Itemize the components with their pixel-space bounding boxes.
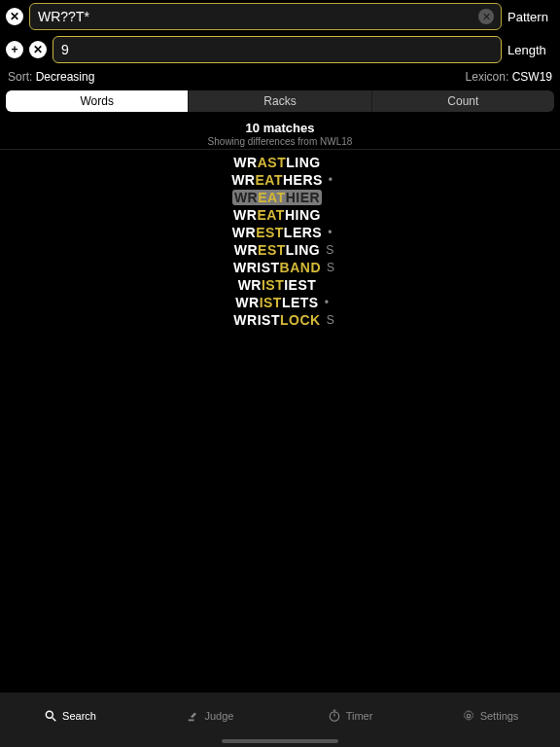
nav-timer[interactable]: Timer — [280, 709, 420, 723]
word-row[interactable]: WRISTIEST — [0, 276, 560, 294]
tab-words[interactable]: Words — [6, 90, 189, 112]
tab-racks[interactable]: Racks — [189, 90, 371, 112]
svg-rect-2 — [188, 720, 193, 722]
svg-point-7 — [467, 714, 471, 718]
timer-icon — [328, 709, 341, 723]
clear-input-icon[interactable]: ✕ — [478, 9, 494, 24]
word-row[interactable]: WRESTLERS• — [0, 224, 560, 241]
word-row[interactable]: WREATHIER — [0, 189, 560, 206]
results-header: 10 matches Showing differences from NWL1… — [0, 115, 560, 150]
pattern-label: Pattern — [508, 10, 554, 24]
search-icon — [44, 709, 57, 723]
word-row[interactable]: WRASTLING — [0, 154, 560, 171]
tab-bar: Search Judge Timer Settings — [0, 693, 560, 747]
length-input[interactable] — [52, 36, 502, 63]
word-row[interactable]: WRISTLETS• — [0, 294, 560, 311]
word-row[interactable]: WRISTLOCKS — [0, 311, 560, 329]
match-count: 10 matches — [0, 121, 560, 135]
svg-rect-3 — [191, 713, 196, 719]
add-icon[interactable]: + — [6, 41, 23, 58]
clear-pattern-icon[interactable]: ✕ — [6, 8, 23, 25]
svg-point-4 — [330, 712, 338, 721]
pattern-input[interactable] — [29, 3, 502, 30]
svg-line-1 — [52, 718, 56, 722]
sort-control[interactable]: Sort: Decreasing — [8, 70, 94, 84]
header-sub: Showing differences from NWL18 — [0, 136, 560, 147]
segment-control: Words Racks Count — [6, 90, 554, 112]
results-list: WRASTLINGWREATHERS•WREATHIERWREATHINGWRE… — [0, 150, 560, 329]
word-row[interactable]: WREATHERS• — [0, 171, 560, 189]
word-row[interactable]: WRISTBANDS — [0, 259, 560, 276]
nav-settings[interactable]: Settings — [420, 709, 560, 723]
gavel-icon — [187, 709, 200, 723]
word-row[interactable]: WRESTLINGS — [0, 241, 560, 259]
home-indicator — [222, 739, 338, 743]
length-label: Length — [508, 43, 554, 57]
nav-search[interactable]: Search — [0, 709, 140, 723]
lexicon-control[interactable]: Lexicon: CSW19 — [466, 70, 552, 84]
gear-icon — [462, 709, 475, 723]
word-row[interactable]: WREATHING — [0, 206, 560, 224]
svg-point-0 — [46, 711, 52, 718]
clear-length-icon[interactable]: ✕ — [29, 41, 47, 58]
tab-count[interactable]: Count — [372, 90, 554, 112]
nav-judge[interactable]: Judge — [140, 709, 280, 723]
